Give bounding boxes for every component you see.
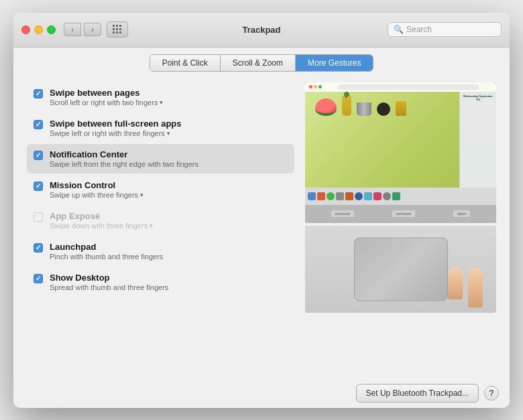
dropdown-arrow-expose[interactable]: ▾ [150, 222, 153, 229]
setting-title-swipe-pages: Swipe between pages [50, 88, 163, 98]
key-option: option [453, 210, 471, 217]
setting-app-expose: App Exposé Swipe down with three fingers… [27, 206, 294, 235]
window-title: Trackpad [242, 25, 280, 35]
setting-text-desktop: Show Desktop Spread with thumb and three… [50, 273, 168, 291]
tab-scroll-zoom[interactable]: Scroll & Zoom [221, 55, 296, 71]
setting-subtitle-notification: Swipe left from the right edge with two … [50, 160, 198, 168]
dropdown-arrow-fullscreen[interactable]: ▾ [167, 130, 170, 137]
forward-button[interactable]: › [84, 23, 101, 36]
notif-item-3 [462, 132, 494, 141]
preview-area: Wednesday September 7th [305, 82, 496, 370]
setting-subtitle-swipe-pages: Scroll left or right with two fingers ▾ [50, 98, 163, 107]
checkbox-app-expose[interactable] [34, 212, 43, 222]
dock-icon-6 [355, 192, 363, 200]
preview-image: Wednesday September 7th [305, 82, 496, 223]
bucket-icon [357, 102, 371, 116]
checkbox-mission-control[interactable] [34, 182, 43, 191]
screen-top-bar [305, 82, 496, 92]
setting-text-swipe-pages: Swipe between pages Scroll left or right… [50, 88, 163, 107]
dropdown-arrow-mission[interactable]: ▾ [140, 192, 143, 198]
tabs-bar: Point & Click Scroll & Zoom More Gesture… [13, 48, 510, 77]
dock-icon-7 [364, 192, 372, 200]
setting-launchpad: Launchpad Pinch with thumb and three fin… [27, 236, 294, 266]
screen-dots [309, 85, 322, 88]
back-button[interactable]: ‹ [64, 23, 81, 36]
tab-group: Point & Click Scroll & Zoom More Gesture… [150, 54, 374, 72]
setting-swipe-fullscreen: Swipe between full-screen apps Swipe lef… [27, 113, 294, 143]
dropdown-arrow-swipe-pages[interactable]: ▾ [160, 99, 163, 106]
minimize-button[interactable] [34, 25, 43, 34]
hand-fingers [448, 267, 483, 307]
titlebar: ‹ › Trackpad 🔍 Search [13, 13, 510, 48]
help-button[interactable]: ? [484, 386, 499, 401]
finger-1 [448, 267, 463, 299]
dock-icon-5 [345, 192, 353, 200]
setting-title-launchpad: Launchpad [50, 242, 163, 252]
dock-icon-3 [327, 192, 335, 200]
notif-item-2 [462, 116, 494, 131]
setting-title-desktop: Show Desktop [50, 273, 168, 283]
setting-mission-control: Mission Control Swipe up with three fing… [27, 175, 294, 204]
maximize-button[interactable] [47, 25, 56, 34]
dock-icon-9 [383, 192, 391, 200]
notif-item-1 [462, 102, 494, 115]
checkbox-launchpad[interactable] [34, 243, 43, 253]
trackpad-preview [305, 226, 496, 313]
pineapple-icon [342, 96, 351, 116]
setting-subtitle-expose: Swipe down with three fingers ▾ [50, 222, 153, 230]
setting-subtitle-launchpad: Pinch with thumb and three fingers [50, 253, 163, 261]
settings-list: Swipe between pages Scroll left or right… [27, 82, 294, 370]
close-button[interactable] [21, 25, 30, 34]
dock-icon-10 [392, 192, 400, 200]
checkbox-notification-center[interactable] [34, 151, 43, 160]
screen-url-bar [338, 84, 479, 90]
dark-fruit-icon [377, 102, 390, 116]
checkbox-show-desktop[interactable] [34, 274, 43, 283]
screen-dot-red [309, 85, 312, 88]
setting-title-mission-control: Mission Control [50, 180, 143, 190]
dock-bar [305, 188, 496, 205]
key-command-right: command [392, 210, 415, 217]
setting-subtitle-desktop: Spread with thumb and three fingers [50, 283, 168, 291]
food-display [315, 96, 406, 116]
bottom-bar: Set Up Bluetooth Trackpad... ? [13, 378, 510, 408]
setting-text-mission-control: Mission Control Swipe up with three fing… [50, 180, 143, 199]
screen-bottom: command command option [305, 188, 496, 223]
setting-show-desktop: Show Desktop Spread with thumb and three… [27, 267, 294, 297]
watermelon-icon [315, 98, 337, 116]
screen-dot-green [318, 85, 322, 88]
setting-title-expose: App Exposé [50, 211, 153, 221]
checkbox-swipe-pages[interactable] [34, 89, 43, 98]
checkbox-swipe-fullscreen[interactable] [34, 120, 43, 129]
setting-subtitle-mission-control: Swipe up with three fingers ▾ [50, 191, 143, 199]
tab-more-gestures[interactable]: More Gestures [296, 55, 373, 71]
search-bar[interactable]: 🔍 Search [388, 22, 502, 37]
grid-icon [113, 25, 122, 34]
jar-icon [396, 101, 406, 116]
traffic-lights [21, 25, 56, 34]
setting-title-swipe-fullscreen: Swipe between full-screen apps [50, 119, 182, 129]
dock-icon-1 [308, 192, 316, 200]
trackpad-surface [354, 237, 448, 301]
notification-sidebar: Wednesday September 7th [459, 92, 496, 188]
nav-buttons: ‹ › [64, 23, 101, 36]
tab-point-click[interactable]: Point & Click [150, 55, 221, 71]
setting-text-swipe-fullscreen: Swipe between full-screen apps Swipe lef… [50, 119, 182, 137]
pineapple-top [343, 90, 351, 98]
bluetooth-setup-button[interactable]: Set Up Bluetooth Trackpad... [356, 384, 479, 403]
keyboard-area: command command option [305, 205, 496, 222]
dock-icon-4 [336, 192, 344, 200]
key-command-left: command [331, 210, 354, 217]
main-window: ‹ › Trackpad 🔍 Search Point & Click Scro… [13, 13, 510, 408]
setting-notification-center: Notification Center Swipe left from the … [27, 144, 294, 173]
grid-button[interactable] [107, 21, 128, 38]
setting-swipe-pages: Swipe between pages Scroll left or right… [27, 82, 294, 112]
setting-subtitle-swipe-fullscreen: Swipe left or right with three fingers ▾ [50, 129, 182, 137]
setting-text-notification: Notification Center Swipe left from the … [50, 149, 198, 168]
notif-date: Wednesday September 7th [462, 94, 494, 101]
search-icon: 🔍 [394, 25, 404, 34]
dock-icon-2 [317, 192, 325, 200]
search-placeholder: Search [406, 25, 432, 34]
setting-text-expose: App Exposé Swipe down with three fingers… [50, 211, 153, 230]
setting-title-notification: Notification Center [50, 149, 198, 159]
